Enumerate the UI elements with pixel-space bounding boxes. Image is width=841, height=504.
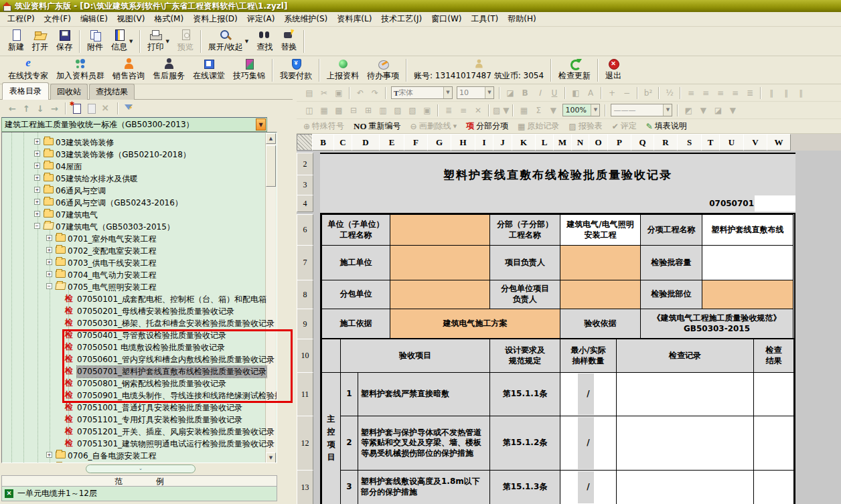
tree-horizontal-scrollbar[interactable]: ⌄	[0, 463, 293, 475]
tree-item-24[interactable]: 检07051201_开关、插座、风扇安装检验批质量验收记录	[2, 425, 277, 437]
menu-item-5[interactable]: 资料上报(D)	[188, 12, 242, 26]
form-cell-header[interactable]: 检查 结果	[753, 339, 794, 373]
sheet-corner-cell[interactable]	[297, 134, 313, 151]
font-size-combo[interactable]: 10▼	[457, 86, 494, 99]
form-title[interactable]: 塑料护套线直敷布线检验批质量验收记录	[320, 153, 795, 195]
column-header-T[interactable]: T	[701, 134, 720, 151]
superscript-icon[interactable]: b²	[641, 88, 655, 98]
column-header-B[interactable]: B	[312, 134, 334, 151]
add-form-icon[interactable]	[71, 103, 83, 114]
row-header-10[interactable]: 10	[297, 339, 313, 373]
form-cell-label[interactable]: 分项工程名称	[640, 214, 702, 246]
form-cell-label[interactable]: 分部（子分部） 工程名称	[489, 214, 560, 246]
item-record-cell[interactable]	[616, 416, 754, 471]
fill-color-icon[interactable]: ◧	[569, 88, 583, 98]
menu-item-1[interactable]: 文件(F)	[40, 12, 76, 26]
align-top-icon[interactable]: ≡	[684, 88, 698, 98]
toolbar2-upload-button[interactable]: 上报资料	[323, 57, 362, 83]
toolbar2-join-group-button[interactable]: 加入资料员群	[53, 57, 108, 83]
tree-item-1[interactable]: +03建筑装饰装修（GB50210-2018）	[2, 148, 277, 160]
row-header-3[interactable]: 3	[297, 175, 313, 195]
column-header-V[interactable]: V	[743, 134, 767, 151]
zoom-combo[interactable]: 100%▼	[562, 104, 600, 116]
toolbar2-pay-button[interactable]: 我要付款	[277, 57, 315, 83]
toolbar1-replace-button[interactable]: 替换	[277, 28, 300, 54]
dropdown-arrow-icon[interactable]: ▼	[129, 39, 133, 44]
pattern-drop-icon[interactable]: ▨ ▼	[493, 106, 509, 115]
form-cell-input[interactable]	[390, 280, 490, 309]
column-header-J[interactable]: J	[493, 134, 512, 151]
menu-item-4[interactable]: 格式(M)	[149, 12, 188, 26]
nav-forward-icon[interactable]: →	[51, 104, 58, 114]
toolbar2-check-update-button[interactable]: 检查更新	[555, 57, 594, 83]
tree-item-4[interactable]: +06通风与空调	[2, 184, 277, 196]
form-cell-header[interactable]: 设计要求及 规范规定	[489, 339, 560, 373]
frame-grid-icon[interactable]: ▦	[517, 106, 530, 115]
item-quantity-cell[interactable]: /	[560, 470, 617, 504]
vtext-left-icon[interactable]: ∥	[765, 88, 778, 98]
form-cell-label[interactable]: 检验批容量	[640, 245, 702, 280]
row-header-13[interactable]: 13	[297, 470, 313, 504]
form-cell-value[interactable]: 建筑电气/电气照明 安装工程	[560, 214, 641, 246]
form-cell-label[interactable]: 施工依据	[321, 309, 390, 339]
item-requirement-cell[interactable]: 第15.1.1条	[489, 372, 560, 416]
vtext-center-icon[interactable]: ∥	[779, 88, 793, 98]
column-header-I[interactable]: I	[475, 134, 493, 151]
toolbar2-online-class-button[interactable]: 在线课堂	[189, 57, 228, 83]
tab-form-catalog[interactable]: 表格目录	[2, 82, 49, 100]
font-name-combo[interactable]: T 宋体▼	[391, 86, 453, 99]
dropdown-arrow-icon[interactable]: ▼	[443, 87, 452, 98]
tree-item-15[interactable]: 检07050301_梯架、托盘和槽盒安装检验批质量验收记录	[2, 317, 277, 329]
column-header-C[interactable]: C	[333, 134, 352, 151]
row-header-12[interactable]: 12	[297, 416, 313, 471]
toolbar2-todo-button[interactable]: 待办事项	[364, 57, 402, 83]
expand-plus-icon[interactable]: +	[46, 247, 52, 253]
tree-item-11[interactable]: +0704_电气动力安装工程	[2, 268, 277, 280]
item-desc-cell[interactable]: 塑料护套与保护导体或不发热管道等紧贴和交叉处及穿梁、墙、楼板等易受机械损伤部位的…	[358, 416, 490, 471]
toolbar1-print-button[interactable]: 打印▼	[144, 28, 172, 54]
expand-plus-icon[interactable]: +	[34, 151, 40, 157]
item-seq-cell[interactable]: 3	[340, 470, 358, 504]
tree-item-10[interactable]: +0703_供电干线安装工程	[2, 256, 277, 268]
toolbar1-new-file-button[interactable]: 新建	[5, 28, 27, 54]
form-cell-blank[interactable]	[321, 339, 341, 373]
undo-icon[interactable]: ↶	[354, 88, 367, 98]
item-result-cell[interactable]	[753, 416, 794, 471]
column-header-Q[interactable]: Q	[631, 134, 654, 151]
menu-item-2[interactable]: 编辑(E)	[76, 12, 112, 26]
form-cell-header[interactable]: 验收项目	[340, 339, 490, 373]
tab-recycle-bin[interactable]: 回收站	[50, 84, 88, 100]
tree-item-14[interactable]: 检07050201_母线槽安装检验批质量验收记录	[2, 305, 277, 317]
toolbar1-attachment-button[interactable]: 附件	[84, 28, 106, 54]
form-cell-label[interactable]: 单位（子单位） 工程名称	[321, 214, 390, 246]
fraction-icon[interactable]: ½	[663, 88, 676, 98]
expand-plus-icon[interactable]: +	[34, 199, 40, 205]
font-color-icon[interactable]: A	[584, 88, 597, 98]
item-desc-cell[interactable]: 塑料护套线敷设高度及1.8m以下部分的保护措施	[358, 470, 490, 504]
menu-item-3[interactable]: 视图(V)	[112, 12, 150, 26]
minus-icon[interactable]: −	[620, 88, 633, 98]
column-header-H[interactable]: H	[451, 134, 475, 151]
column-header-K[interactable]: K	[512, 134, 536, 151]
copy-form-icon[interactable]	[86, 103, 98, 114]
renumber-button[interactable]: NO重新编号	[354, 120, 401, 132]
tree-item-5[interactable]: +06通风与空调（GB50243-2016）	[2, 196, 277, 208]
toolbar1-save-button[interactable]: 保存	[53, 28, 76, 54]
column-header-E[interactable]: E	[379, 134, 404, 151]
tree-item-8[interactable]: +0701_室外电气安装工程	[2, 232, 277, 244]
dropdown-arrow-icon[interactable]: ▼	[485, 87, 493, 98]
dropdown-arrow-icon[interactable]: ▼	[591, 104, 599, 116]
tree-item-13[interactable]: 检07050101_成套配电柜、控制柜（台、箱）和配电箱	[2, 292, 277, 305]
tab-search-results[interactable]: 查找结果	[89, 84, 135, 100]
dropdown-arrow-icon[interactable]: ▼	[165, 39, 169, 44]
nav-up-icon[interactable]: ↑	[23, 104, 30, 114]
split-down-icon[interactable]: ▥	[376, 106, 390, 115]
row-header-4[interactable]: 4	[297, 195, 313, 212]
redo-icon[interactable]: ↷	[368, 88, 382, 98]
form-cell-label[interactable]: 验收依据	[560, 309, 641, 339]
column-header-L[interactable]: L	[535, 134, 554, 151]
collapse-minus-icon[interactable]: −	[34, 223, 40, 229]
tree-item-6[interactable]: +07建筑电气	[2, 208, 277, 220]
item-result-cell[interactable]	[753, 470, 794, 504]
vtext-right-icon[interactable]: ∥	[794, 88, 808, 98]
